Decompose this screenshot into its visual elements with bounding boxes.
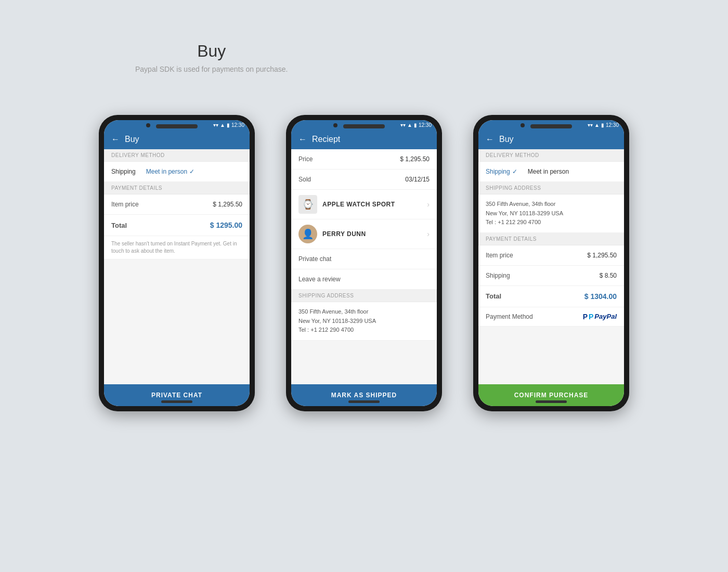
private-chat-label: Private chat bbox=[298, 255, 331, 263]
product-chevron: › bbox=[427, 200, 430, 209]
private-chat-link[interactable]: Private chat bbox=[291, 249, 437, 269]
payment-method-label: Payment Method bbox=[486, 313, 533, 320]
total-value-3: $ 1304.00 bbox=[584, 292, 617, 301]
total-row-1: Total $ 1295.00 bbox=[104, 215, 250, 236]
address-line3-3: Tel : +1 212 290 4700 bbox=[486, 218, 617, 227]
phones-container: ▾▾ ▲ ▮ 12:30 ← Buy DELIVERY METHOD Shipp… bbox=[99, 115, 629, 411]
shipping-section-header-2: SHIPPING ADDRESS bbox=[291, 290, 437, 302]
leave-review-label: Leave a review bbox=[298, 276, 341, 283]
address-block-2: 350 Fifth Avenue, 34th floor New Yor, NY… bbox=[291, 302, 437, 341]
total-label-1: Total bbox=[111, 222, 127, 229]
camera-icon-2 bbox=[333, 123, 337, 127]
header-title-1: Buy bbox=[125, 135, 139, 144]
item-price-label-3: Item price bbox=[486, 252, 513, 259]
battery-icon-3: ▮ bbox=[601, 122, 604, 128]
app-header-2: ← Reciept bbox=[291, 129, 437, 149]
payment-section-header-1: PAYMENT DETAILS bbox=[104, 182, 250, 194]
product-row[interactable]: ⌚ APPLE WATCH SPORT › bbox=[291, 190, 437, 219]
home-bar-1 bbox=[161, 400, 192, 403]
signal-icon-3: ▾▾ bbox=[588, 122, 593, 128]
meet-option-1[interactable]: Meet in person ✓ bbox=[146, 168, 194, 175]
back-button-1[interactable]: ← bbox=[111, 135, 120, 144]
shipping-fee-label: Shipping bbox=[486, 272, 510, 279]
leave-review-link[interactable]: Leave a review bbox=[291, 269, 437, 290]
shipping-fee-row: Shipping $ 8.50 bbox=[478, 266, 624, 286]
page-subtitle: Paypal SDK is used for payments on purch… bbox=[135, 65, 288, 73]
address-line2-3: New Yor, NY 10118-3299 USA bbox=[486, 209, 617, 218]
item-price-label-1: Item price bbox=[111, 201, 139, 208]
header-title-3: Buy bbox=[499, 135, 514, 144]
delivery-method-row-1[interactable]: Shipping Meet in person ✓ bbox=[104, 162, 250, 182]
price-row: Price $ 1,295.50 bbox=[291, 149, 437, 170]
wifi-icon: ▲ bbox=[220, 122, 225, 128]
sold-label: Sold bbox=[298, 176, 311, 183]
delivery-section-header-3: DELIVERY METHOD bbox=[478, 149, 624, 162]
back-button-3[interactable]: ← bbox=[486, 135, 494, 144]
checkmark-icon-3: ✓ bbox=[512, 168, 517, 175]
header-title-2: Reciept bbox=[312, 135, 340, 144]
shipping-option-1: Shipping bbox=[111, 168, 136, 175]
phone-1: ▾▾ ▲ ▮ 12:30 ← Buy DELIVERY METHOD Shipp… bbox=[99, 115, 255, 411]
app-header-1: ← Buy bbox=[104, 129, 250, 149]
item-price-value-3: $ 1,295.50 bbox=[587, 252, 617, 259]
payment-method-row: Payment Method PP PayPal bbox=[478, 307, 624, 327]
content-area-3: DELIVERY METHOD Shipping ✓ Meet in perso… bbox=[478, 149, 624, 384]
note-text-1: The seller hasn't turned on Instant Paym… bbox=[104, 236, 250, 259]
price-label: Price bbox=[298, 155, 313, 163]
address-line3-2: Tel : +1 212 290 4700 bbox=[298, 326, 430, 335]
page-title: Buy bbox=[135, 42, 288, 61]
seller-row[interactable]: 👤 PERRY DUNN › bbox=[291, 219, 437, 249]
address-block-3: 350 Fifth Avenue, 34th floor New Yor, NY… bbox=[478, 194, 624, 233]
phone-2: ▾▾ ▲ ▮ 12:30 ← Reciept Price $ 1,295.50 … bbox=[286, 115, 442, 411]
wifi-icon-2: ▲ bbox=[407, 122, 412, 128]
product-icon: ⌚ bbox=[298, 195, 317, 214]
speaker-bar-2 bbox=[343, 124, 385, 128]
product-name: APPLE WATCH SPORT bbox=[322, 201, 422, 208]
total-value-1: $ 1295.00 bbox=[210, 221, 242, 229]
back-button-2[interactable]: ← bbox=[298, 135, 307, 144]
speaker-bar bbox=[156, 124, 198, 128]
address-line2-2: New Yor, NY 10118-3299 USA bbox=[298, 317, 430, 326]
signal-icon: ▾▾ bbox=[213, 122, 218, 128]
paypal-text: PayPal bbox=[594, 313, 617, 320]
price-value: $ 1,295.50 bbox=[400, 155, 430, 163]
camera-icon-3 bbox=[521, 123, 525, 127]
content-area-1: DELIVERY METHOD Shipping Meet in person … bbox=[104, 149, 250, 384]
time-display-1: 12:30 bbox=[231, 122, 244, 128]
status-icons-2: ▾▾ ▲ ▮ 12:30 bbox=[400, 122, 432, 128]
meet-option-3[interactable]: Meet in person bbox=[528, 168, 569, 175]
home-bar-3 bbox=[536, 400, 567, 403]
speaker-bar-3 bbox=[530, 124, 572, 128]
content-area-2: Price $ 1,295.50 Sold 03/12/15 ⌚ APPLE W… bbox=[291, 149, 437, 384]
delivery-method-row-3[interactable]: Shipping ✓ Meet in person bbox=[478, 162, 624, 182]
wifi-icon-3: ▲ bbox=[594, 122, 600, 128]
item-price-row-1: Item price $ 1,295.50 bbox=[104, 194, 250, 215]
battery-icon: ▮ bbox=[227, 122, 230, 128]
shipping-fee-value: $ 8.50 bbox=[600, 272, 617, 279]
app-header-3: ← Buy bbox=[478, 129, 624, 149]
sold-value: 03/12/15 bbox=[405, 176, 430, 183]
seller-chevron: › bbox=[427, 230, 430, 238]
item-price-row-3: Item price $ 1,295.50 bbox=[478, 245, 624, 266]
item-price-value-1: $ 1,295.50 bbox=[213, 201, 242, 208]
paypal-icon-2: P bbox=[589, 313, 593, 321]
shipping-address-section-header: SHIPPING ADDRESS bbox=[478, 182, 624, 194]
camera-icon bbox=[146, 123, 150, 127]
time-display-2: 12:30 bbox=[419, 122, 432, 128]
delivery-section-header-1: DELIVERY METHOD bbox=[104, 149, 250, 162]
status-icons-1: ▾▾ ▲ ▮ 12:30 bbox=[213, 122, 244, 128]
checkmark-icon-1: ✓ bbox=[189, 168, 194, 175]
address-line1-2: 350 Fifth Avenue, 34th floor bbox=[298, 307, 430, 317]
paypal-icon: P bbox=[583, 313, 588, 321]
time-display-3: 12:30 bbox=[606, 122, 619, 128]
paypal-logo: PP PayPal bbox=[583, 313, 617, 321]
address-line1-3: 350 Fifth Avenue, 34th floor bbox=[486, 200, 617, 209]
sold-row: Sold 03/12/15 bbox=[291, 170, 437, 190]
signal-icon-2: ▾▾ bbox=[400, 122, 406, 128]
status-icons-3: ▾▾ ▲ ▮ 12:30 bbox=[588, 122, 619, 128]
home-bar-2 bbox=[348, 400, 380, 403]
phone-3: ▾▾ ▲ ▮ 12:30 ← Buy DELIVERY METHOD Shipp… bbox=[473, 115, 629, 411]
battery-icon-2: ▮ bbox=[414, 122, 417, 128]
seller-name: PERRY DUNN bbox=[322, 230, 422, 238]
shipping-option-3[interactable]: Shipping ✓ bbox=[486, 168, 517, 175]
